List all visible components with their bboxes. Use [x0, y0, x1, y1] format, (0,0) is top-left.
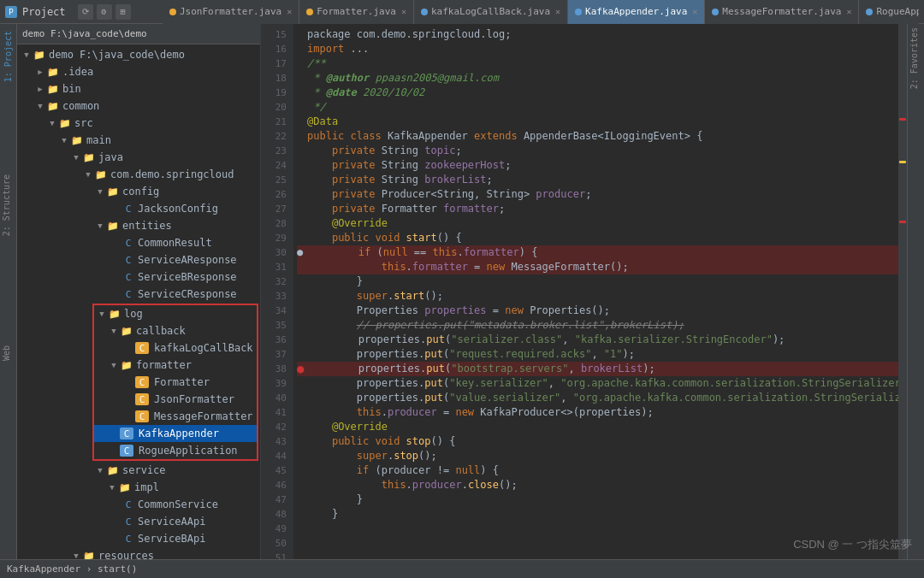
tab-kafkalogcallback[interactable]: kafkaLogCallBack.java ✕ [414, 0, 568, 24]
expand-arrow-comdemo[interactable]: ▼ [82, 168, 94, 180]
tree-item-src[interactable]: ▼ 📁 src [17, 115, 260, 132]
project-tool-button[interactable]: 1: Project [2, 27, 15, 86]
tab-formatter[interactable]: Formatter.java ✕ [299, 0, 414, 24]
tree-item-serviceaapi[interactable]: ▶ C ServiceAApi [17, 513, 260, 530]
expand-arrow-main[interactable]: ▼ [58, 134, 70, 146]
tree-item-servicecresponse[interactable]: ▶ C ServiceCResponse [17, 286, 260, 303]
code-line-22: * @date 2020/10/02 [297, 86, 898, 100]
expand-arrow-common[interactable]: ▼ [34, 100, 46, 112]
tree-item-entities[interactable]: ▼ 📁 entities [17, 217, 260, 234]
tree-item-main[interactable]: ▼ 📁 main [17, 132, 260, 149]
tree-item-impl[interactable]: ▼ 📁 impl [17, 479, 260, 496]
tree-label-src: src [74, 117, 93, 129]
expand-arrow-idea[interactable]: ▶ [34, 66, 46, 78]
tree-item-java[interactable]: ▼ 📁 java [17, 149, 260, 166]
tree-item-jacksonconfig[interactable]: ▶ C JacksonConfig [17, 200, 260, 217]
code-line-56: if (producer != null) { [297, 463, 898, 478]
tree-item-resources[interactable]: ▼ 📁 resources [17, 547, 260, 559]
tree-label-servicebresponse: ServiceBResponse [138, 271, 237, 283]
top-bar-title: Project [22, 6, 66, 18]
tree-item-servicebresponse[interactable]: ▶ C ServiceBResponse [17, 268, 260, 286]
tree-item-servicebapi[interactable]: ▶ C ServiceBApi [17, 530, 260, 547]
tab-kafkaappender[interactable]: KafkaAppender.java ✕ [568, 0, 705, 24]
tree-item-demo[interactable]: ▼ 📁 demo F:\java_code\demo [17, 46, 260, 63]
tree-item-commonservice[interactable]: ▶ C CommonService [17, 496, 260, 513]
tree-label-service: service [122, 464, 166, 476]
tab-close-kafkalogcallback[interactable]: ✕ [555, 7, 560, 16]
tree-item-idea[interactable]: ▶ 📁 .idea [17, 63, 260, 80]
tab-close-kafkaappender[interactable]: ✕ [692, 7, 697, 16]
tree-item-jsonformatter[interactable]: ▶ C JsonFormatter [94, 391, 257, 408]
code-line-50: this.producer = new KafkaProducer<>(prop… [297, 405, 898, 420]
tree-item-config[interactable]: ▼ 📁 config [17, 183, 260, 200]
editor-tabs: JsonFormatter.java ✕ Formatter.java ✕ ka… [163, 0, 919, 24]
tree-item-kafkalogcallback[interactable]: ▶ C kafkaLogCallBack [94, 339, 257, 357]
expand-arrow-service[interactable]: ▼ [94, 464, 106, 476]
expand-arrow-formatter[interactable]: ▼ [108, 359, 120, 371]
tree-item-common[interactable]: ▼ 📁 common [17, 97, 260, 115]
expand-arrow-bin[interactable]: ▶ [34, 83, 46, 95]
tab-messageformatter[interactable]: MessageFormatter.java ✕ [705, 0, 859, 24]
expand-arrow-impl[interactable]: ▼ [106, 481, 118, 493]
favorites-tool-button[interactable]: 2: Favorites [908, 24, 924, 92]
tab-close-messageformatter[interactable]: ✕ [846, 7, 851, 16]
tree-item-messageformatter[interactable]: ▶ C MessageFormatter [94, 408, 257, 425]
code-content[interactable]: package com.demo.springcloud.log; import… [293, 24, 898, 559]
tree-item-log[interactable]: ▼ 📁 log [94, 305, 257, 322]
project-tree[interactable]: ▼ 📁 demo F:\java_code\demo ▶ 📁 .idea ▶ 📁 [17, 44, 260, 559]
folder-icon-resources: 📁 [82, 550, 96, 559]
tree-item-kafkaappender[interactable]: ▶ C KafkaAppender [94, 425, 257, 442]
expand-arrow-callback[interactable]: ▼ [108, 325, 120, 337]
tab-icon-kafkalogcallback [421, 9, 428, 15]
tree-label-formatter: formatter [136, 359, 192, 371]
class-icon-formatter: C [135, 376, 149, 388]
tab-icon-messageformatter [712, 9, 719, 15]
editor-area: 1516171819 2021222324 2526272829 3031323… [261, 24, 907, 559]
tree-item-service[interactable]: ▼ 📁 service [17, 462, 260, 479]
tab-close-formatter[interactable]: ✕ [401, 7, 406, 16]
tree-item-comdemo[interactable]: ▼ 📁 com.demo.springcloud [17, 166, 260, 183]
code-line-37: this.formatter = new MessageFormatter(); [297, 260, 898, 274]
class-icon-servicearesponse: C [121, 254, 135, 266]
tree-item-formatter-class[interactable]: ▶ C Formatter [94, 374, 257, 391]
tree-label-comdemo: com.demo.springcloud [110, 168, 234, 180]
tab-jsonformatter[interactable]: JsonFormatter.java ✕ [163, 0, 299, 24]
class-icon-kafkalogcallback: C [135, 342, 149, 354]
tree-label-commonservice: CommonService [138, 498, 218, 510]
tree-item-formatter[interactable]: ▼ 📁 formatter [94, 357, 257, 374]
tab-close-jsonformatter[interactable]: ✕ [287, 7, 292, 16]
expand-arrow-demo[interactable]: ▼ [21, 49, 33, 61]
panel-header: demo F:\java_code\demo [17, 24, 260, 44]
code-line-26: public class KafkaAppender extends Appen… [297, 129, 898, 144]
expand-arrow-java[interactable]: ▼ [70, 151, 82, 163]
expand-arrow-config[interactable]: ▼ [94, 186, 106, 198]
sync-button[interactable]: ⟳ [78, 4, 93, 20]
settings-button[interactable]: ⚙ [97, 4, 112, 20]
tree-item-bin[interactable]: ▶ 📁 bin [17, 80, 260, 97]
code-line-15: package com.demo.springcloud.log; [297, 27, 898, 42]
expand-arrow-entities[interactable]: ▼ [94, 220, 106, 232]
code-line-28: private String topic; [297, 144, 898, 158]
tree-item-callback[interactable]: ▼ 📁 callback [94, 322, 257, 339]
web-label[interactable]: Web [0, 342, 17, 364]
tree-item-commonresult[interactable]: ▶ C CommonResult [17, 234, 260, 251]
code-line-42: // properties.put("metadata.broker.list"… [297, 318, 898, 333]
expand-arrow-log[interactable]: ▼ [96, 308, 108, 320]
class-icon-jsonformatter: C [135, 393, 149, 405]
right-gutter [898, 24, 907, 559]
tab-rogueapplication[interactable]: RogueApplication.java ✕ [859, 0, 919, 24]
expand-arrow-resources[interactable]: ▼ [70, 550, 82, 559]
folder-icon-config: 📁 [106, 186, 120, 198]
expand-button[interactable]: ⊞ [116, 4, 131, 20]
class-icon-rogueapplication: C [120, 445, 133, 457]
structure-label[interactable]: 2: Structure [0, 171, 17, 239]
tree-item-rogueapplication[interactable]: ▶ C RogueApplication [94, 442, 257, 459]
expand-arrow-src[interactable]: ▼ [46, 117, 58, 129]
tree-label-servicecresponse: ServiceCResponse [138, 288, 237, 300]
left-tool-strip: 1: Project [0, 24, 17, 559]
project-panel: demo F:\java_code\demo ▼ 📁 demo F:\java_… [17, 24, 261, 559]
tree-item-servicearesponse[interactable]: ▶ C ServiceAResponse [17, 251, 260, 268]
code-line-46: ● properties.put("bootstrap.servers", br… [297, 362, 898, 376]
top-bar-actions: ⟳ ⚙ ⊞ [78, 4, 131, 20]
right-tool-strip: 2: Favorites [907, 24, 924, 559]
